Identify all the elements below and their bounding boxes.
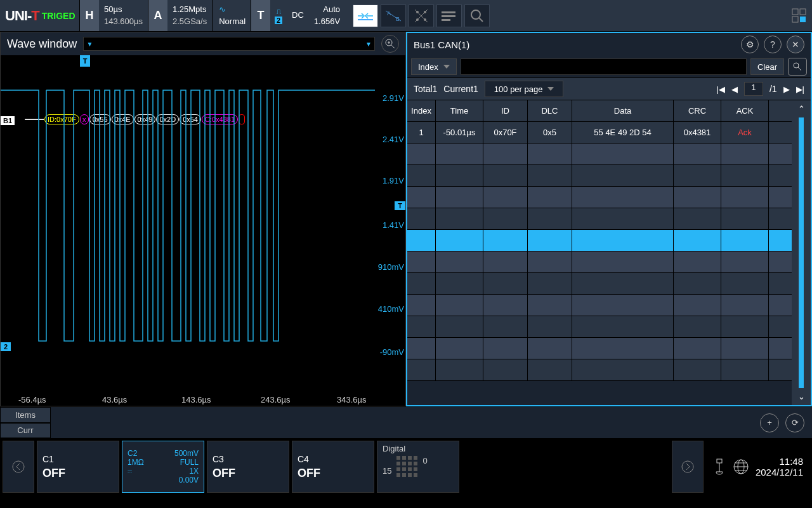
table-row[interactable]	[407, 273, 792, 295]
tab-curr[interactable]: Curr	[0, 423, 51, 439]
y-label: 1.91V	[383, 176, 404, 185]
y-label: 2.91V	[383, 93, 404, 103]
edge-icon: ⎍	[277, 8, 281, 15]
col-data: Data	[572, 100, 674, 121]
nav-prev-icon[interactable]: ◀	[731, 84, 738, 94]
network-icon[interactable]	[733, 458, 749, 475]
acq-mode: Normal	[219, 16, 246, 27]
h-badge: H	[80, 0, 99, 31]
zoom-icon[interactable]	[381, 35, 399, 53]
datetime[interactable]: 11:48 2024/12/11	[756, 456, 803, 478]
acquire-group[interactable]: A 1.25Mpts 2.5GSa/s ∿ Normal	[148, 0, 251, 31]
y-label: 2.41V	[383, 135, 404, 144]
h-position: 143.600µs	[104, 16, 143, 27]
svg-rect-8	[442, 19, 450, 21]
channel-digital[interactable]: Digital 15 0	[377, 441, 459, 493]
col-dlc: DLC	[528, 100, 572, 121]
table-scrollbar[interactable]: ⌃ ⌄	[792, 100, 811, 405]
svg-text:A: A	[387, 10, 391, 17]
col-id: ID	[483, 100, 528, 121]
y-label: -90mV	[380, 347, 404, 357]
svg-point-9	[471, 10, 480, 19]
scroll-thumb[interactable]	[799, 117, 804, 388]
svg-point-17	[682, 461, 693, 472]
col-time: Time	[436, 100, 483, 121]
table-row[interactable]	[407, 359, 792, 381]
col-index: Index	[407, 100, 436, 121]
svg-point-15	[794, 63, 799, 68]
x-label: -56.4µs	[18, 395, 46, 404]
items-bar: Items Curr + ⟳	[0, 406, 812, 438]
channel-c3[interactable]: C3 OFF	[207, 441, 289, 493]
close-icon[interactable]: ✕	[787, 36, 804, 53]
table-row[interactable]: 1 -50.01µs 0x70F 0x5 55 4E 49 2D 54 0x43…	[407, 122, 792, 144]
scroll-down-icon[interactable]: ⌄	[798, 392, 805, 401]
svg-point-5	[424, 18, 426, 21]
trig-level: 1.656V	[314, 16, 340, 27]
usb-icon[interactable]	[712, 458, 726, 476]
scroll-right-button[interactable]	[672, 441, 704, 493]
page-input[interactable]: 1	[744, 82, 763, 96]
table-row[interactable]	[407, 187, 792, 208]
trigger-status: TRIGED	[42, 11, 75, 21]
table-row-selected[interactable]	[407, 230, 792, 251]
sample-rate: 2.5GSa/s	[173, 16, 207, 27]
channel-c2[interactable]: C2500mV 1MΩFULL ⎓1X 0.00V	[122, 441, 204, 493]
decode-filter-row: Index Clear	[407, 56, 811, 77]
items-body	[51, 407, 752, 438]
trig-mode: Auto	[314, 4, 340, 15]
x-label: 143.6µs	[181, 395, 211, 404]
filter-input[interactable]	[461, 58, 747, 75]
decode-table: Index Time ID DLC Data CRC ACK 1 -50.01µ…	[407, 100, 811, 405]
ref-icon[interactable]	[436, 4, 462, 27]
horizontal-group[interactable]: H 50µs 143.600µs	[79, 0, 148, 31]
page-total: /1	[769, 84, 777, 94]
svg-point-4	[416, 18, 419, 21]
waveform-display[interactable]: T B1 ID:0x70F x 0x55 0x4E 0x49 0x2D 0x54…	[1, 55, 405, 406]
table-row[interactable]	[407, 165, 792, 187]
decode-header: Bus1 CAN(1) ⚙ ? ✕	[407, 33, 811, 56]
tab-items[interactable]: Items	[0, 407, 51, 423]
nav-first-icon[interactable]: |◀	[717, 84, 725, 94]
timebase: 50µs	[104, 4, 143, 15]
nav-next-icon[interactable]: ▶	[783, 84, 790, 94]
table-row[interactable]	[407, 316, 792, 338]
svg-rect-18	[717, 459, 722, 463]
wave-header: Wave window ▼▼	[1, 32, 405, 55]
table-row[interactable]	[407, 144, 792, 165]
math-icon[interactable]	[409, 4, 434, 27]
wave-dropdown[interactable]: ▼▼	[83, 37, 375, 51]
search-decode-icon[interactable]	[788, 58, 807, 76]
nav-last-icon[interactable]: ▶|	[796, 84, 804, 94]
trigger-group[interactable]: T ⎍ 2 DC Auto 1.656V	[251, 0, 345, 31]
table-row[interactable]	[407, 251, 792, 273]
table-row[interactable]	[407, 208, 792, 230]
help-icon[interactable]: ?	[764, 36, 782, 53]
measure-icon[interactable]	[353, 4, 378, 27]
settings-icon[interactable]: ⚙	[741, 36, 759, 53]
trigger-level-marker[interactable]: T	[395, 201, 405, 210]
decode-panel: Bus1 CAN(1) ⚙ ? ✕ Index Clear Total1 Cur…	[406, 32, 812, 406]
scroll-up-icon[interactable]: ⌃	[798, 104, 805, 114]
search-icon[interactable]	[464, 4, 490, 27]
add-icon[interactable]: +	[760, 413, 779, 432]
table-row[interactable]	[407, 338, 792, 359]
a-badge: A	[148, 0, 167, 31]
per-page-select[interactable]: 100 per page	[485, 81, 564, 97]
cursor-icon[interactable]: AB	[381, 4, 406, 27]
toolbar-icons: AB	[350, 0, 492, 31]
filter-select[interactable]: Index	[411, 58, 457, 75]
digital-grid-icon	[396, 456, 417, 477]
table-row[interactable]	[407, 295, 792, 316]
refresh-icon[interactable]: ⟳	[785, 413, 804, 432]
channel-c4[interactable]: C4 OFF	[292, 441, 374, 493]
svg-rect-10	[792, 9, 798, 15]
waveform-svg	[1, 55, 405, 384]
apps-icon[interactable]	[787, 0, 812, 31]
clear-button[interactable]: Clear	[750, 58, 784, 75]
dc-icon: ⎓	[128, 467, 132, 476]
scroll-left-button[interactable]	[3, 441, 34, 493]
svg-point-16	[13, 461, 24, 472]
channel-c1[interactable]: C1 OFF	[37, 441, 119, 493]
channel-marker[interactable]: 2	[1, 342, 11, 351]
